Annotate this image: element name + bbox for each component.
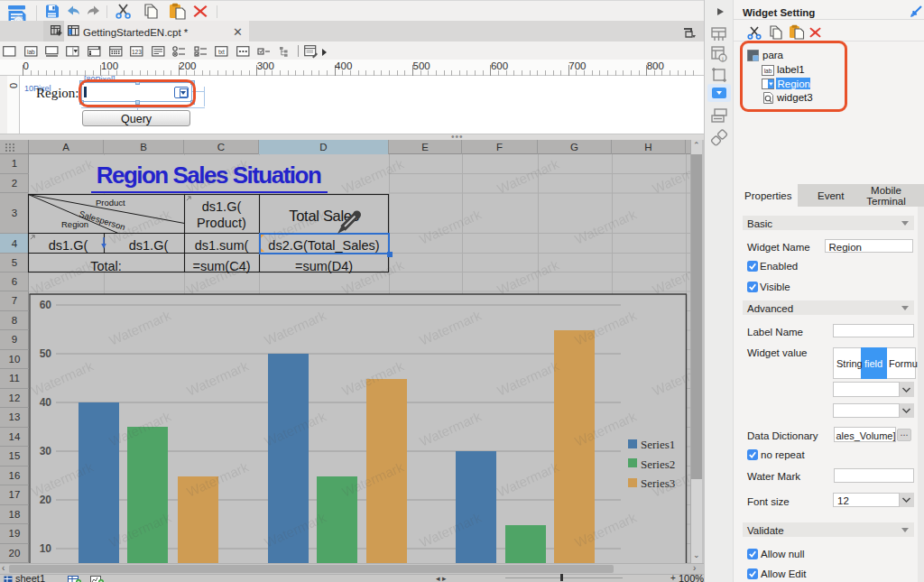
svg-text:txt: txt	[218, 49, 225, 55]
svg-text:i: i	[722, 55, 724, 62]
svg-text:123: 123	[132, 49, 142, 55]
svg-text:lab: lab	[27, 49, 35, 55]
